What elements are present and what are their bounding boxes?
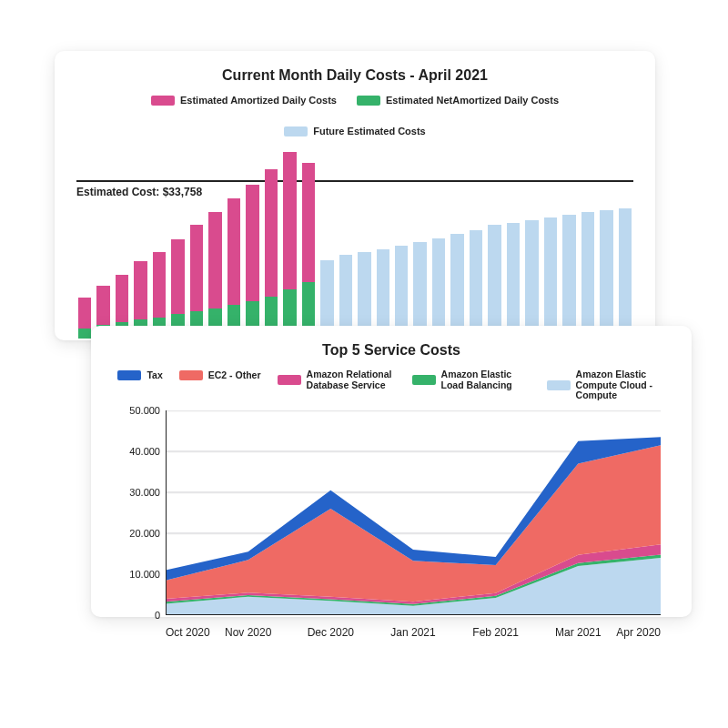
legend-elb: Amazon Elastic Load Balancing bbox=[412, 369, 531, 390]
bar-day bbox=[470, 230, 482, 339]
x-tick-label: Apr 2020 bbox=[616, 626, 661, 639]
x-tick-label: Dec 2020 bbox=[308, 626, 354, 639]
y-axis-ticks: 50.00040.00030.00020.00010.0000 bbox=[113, 410, 164, 615]
top5-title: Top 5 Service Costs bbox=[113, 342, 670, 359]
bar-day bbox=[413, 242, 426, 339]
bar-day bbox=[619, 208, 632, 339]
legend-elb-label: Amazon Elastic Load Balancing bbox=[441, 369, 531, 390]
daily-costs-card: Current Month Daily Costs - April 2021 E… bbox=[55, 51, 655, 340]
bar-day bbox=[581, 212, 594, 339]
legend-swatch-green2 bbox=[412, 375, 436, 385]
legend-amortized: Estimated Amortized Daily Costs bbox=[151, 95, 337, 106]
x-tick-label: Nov 2020 bbox=[225, 626, 271, 639]
bar-day bbox=[78, 298, 91, 339]
bar-segment bbox=[562, 215, 575, 339]
bar-day bbox=[228, 198, 240, 339]
y-tick-label: 40.000 bbox=[129, 446, 160, 457]
legend-swatch-green bbox=[357, 96, 380, 106]
y-tick-label: 30.000 bbox=[129, 487, 160, 498]
y-tick-label: 10.000 bbox=[129, 569, 160, 580]
x-tick-label: Mar 2021 bbox=[555, 626, 602, 639]
legend-ec2other: EC2 - Other bbox=[179, 369, 261, 380]
daily-costs-legend: Estimated Amortized Daily Costs Estimate… bbox=[76, 95, 633, 136]
x-tick-label: Oct 2020 bbox=[166, 626, 210, 639]
bar-segment bbox=[208, 212, 221, 308]
bar-segment bbox=[78, 298, 91, 328]
bar-day bbox=[432, 238, 445, 339]
legend-future: Future Estimated Costs bbox=[284, 126, 425, 136]
legend-swatch-red bbox=[179, 370, 203, 380]
legend-swatch-pink bbox=[151, 96, 175, 106]
bar-segment bbox=[507, 223, 520, 339]
legend-rds-label: Amazon Relational Database Service bbox=[307, 369, 396, 390]
legend-netamortized: Estimated NetAmortized Daily Costs bbox=[357, 95, 559, 106]
legend-netamortized-label: Estimated NetAmortized Daily Costs bbox=[386, 95, 559, 106]
legend-future-label: Future Estimated Costs bbox=[313, 126, 425, 136]
bar-segment bbox=[153, 252, 166, 318]
bar-day bbox=[246, 185, 258, 339]
top5-legend: Tax EC2 - Other Amazon Relational Databa… bbox=[113, 369, 670, 401]
legend-ec2compute-label: Amazon Elastic Compute Cloud - Compute bbox=[576, 369, 665, 401]
bar-segment bbox=[228, 198, 240, 305]
bar-segment bbox=[116, 275, 128, 322]
x-tick-label: Feb 2021 bbox=[472, 626, 519, 639]
bar-segment bbox=[525, 220, 538, 339]
bar-segment bbox=[544, 217, 557, 339]
bar-day bbox=[507, 223, 520, 339]
daily-costs-title: Current Month Daily Costs - April 2021 bbox=[76, 67, 633, 84]
bar-segment bbox=[302, 163, 315, 282]
legend-rds: Amazon Relational Database Service bbox=[278, 369, 396, 390]
legend-ec2other-label: EC2 - Other bbox=[208, 369, 261, 380]
bar-segment bbox=[581, 212, 594, 339]
legend-tax-label: Tax bbox=[147, 369, 162, 380]
bar-segment bbox=[134, 261, 147, 319]
bar-day bbox=[265, 169, 278, 339]
bar-day bbox=[190, 225, 203, 339]
bar-segment bbox=[265, 169, 278, 297]
bar-segment bbox=[619, 208, 632, 339]
top5-plot-outer: 50.00040.00030.00020.00010.0000 bbox=[113, 410, 670, 615]
bar-day bbox=[208, 212, 221, 339]
bar-day bbox=[450, 234, 463, 339]
top5-services-card: Top 5 Service Costs Tax EC2 - Other Amaz… bbox=[91, 326, 692, 617]
bar-segment bbox=[395, 246, 408, 339]
y-tick-label: 0 bbox=[155, 610, 160, 621]
bar-segment bbox=[171, 239, 184, 314]
bar-segment bbox=[432, 238, 445, 339]
y-tick-label: 20.000 bbox=[129, 528, 160, 539]
bar-segment bbox=[78, 329, 91, 339]
bar-day bbox=[395, 246, 408, 339]
bar-day bbox=[600, 210, 612, 339]
legend-swatch-pink2 bbox=[278, 375, 301, 385]
x-tick-label: Jan 2021 bbox=[390, 626, 435, 639]
bar-day bbox=[562, 215, 575, 339]
area-svg bbox=[166, 410, 661, 615]
bar-container bbox=[76, 151, 633, 339]
legend-amortized-label: Estimated Amortized Daily Costs bbox=[180, 95, 337, 106]
bar-segment bbox=[246, 185, 258, 301]
legend-swatch-blue bbox=[117, 370, 141, 380]
bar-day bbox=[525, 220, 538, 339]
legend-swatch-lblue bbox=[284, 126, 308, 136]
bar-day bbox=[488, 225, 500, 339]
legend-tax: Tax bbox=[117, 369, 162, 380]
bar-segment bbox=[190, 225, 203, 311]
legend-swatch-lblue2 bbox=[547, 380, 571, 390]
bar-segment bbox=[283, 152, 296, 289]
bar-segment bbox=[450, 234, 463, 339]
y-tick-label: 50.000 bbox=[129, 405, 160, 416]
bar-day bbox=[544, 217, 557, 339]
bar-segment bbox=[488, 225, 500, 339]
bar-day bbox=[283, 152, 296, 339]
bar-segment bbox=[96, 286, 109, 324]
daily-costs-plot: Estimated Cost: $33,758 bbox=[76, 151, 633, 339]
bar-day bbox=[302, 163, 315, 339]
bar-segment bbox=[600, 210, 612, 339]
legend-ec2compute: Amazon Elastic Compute Cloud - Compute bbox=[547, 369, 665, 401]
bar-segment bbox=[470, 230, 482, 339]
bar-segment bbox=[413, 242, 426, 339]
bar-day bbox=[171, 239, 184, 339]
top5-plot bbox=[166, 410, 661, 615]
